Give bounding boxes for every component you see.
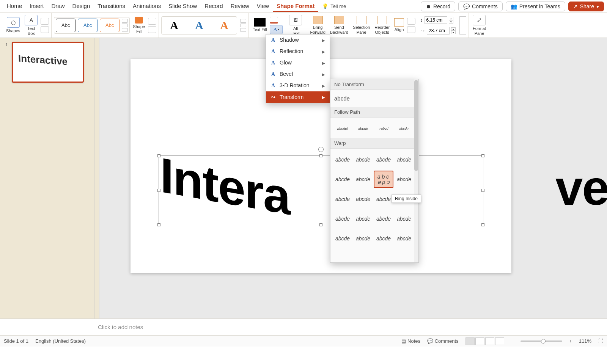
tab-view[interactable]: View — [253, 0, 273, 12]
warp-14[interactable]: abcde — [353, 210, 373, 228]
warp-9[interactable]: abcde — [333, 190, 352, 208]
fx-glow[interactable]: AGlow▶ — [266, 57, 330, 69]
notes-pane[interactable]: Click to add notes — [0, 318, 607, 335]
fx-bevel[interactable]: ABevel▶ — [266, 69, 330, 80]
tab-review[interactable]: Review — [227, 0, 253, 12]
resize-handle-sw[interactable] — [157, 223, 160, 226]
resize-handle-n[interactable] — [319, 154, 322, 157]
shape-height-input[interactable] — [425, 16, 447, 24]
warp-8[interactable]: abcde — [394, 171, 414, 188]
follow-path-2[interactable]: abcde — [353, 120, 373, 137]
merge-shapes-button[interactable] — [41, 26, 49, 33]
shape-effects-button[interactable] — [148, 26, 156, 33]
insert-shapes-button[interactable]: ◯ Shapes — [5, 16, 22, 34]
warp-5[interactable]: abcde — [333, 171, 352, 188]
transform-scrollbar[interactable] — [414, 79, 418, 262]
view-reading[interactable] — [485, 337, 494, 345]
tab-slideshow[interactable]: Slide Show — [165, 0, 201, 12]
share-button[interactable]: ↗ Share ▾ — [568, 2, 604, 11]
size-launcher[interactable] — [459, 16, 466, 35]
follow-path-3[interactable]: ○abcd — [374, 120, 393, 137]
tab-design[interactable]: Design — [69, 0, 94, 12]
wordart-style-3[interactable]: A — [220, 19, 228, 32]
height-stepper[interactable]: ▴▾ — [449, 17, 453, 24]
slide-thumbnail-panel[interactable]: 1 Interactive — [0, 38, 95, 318]
present-teams-button[interactable]: 👥 Present in Teams — [506, 2, 565, 11]
slide-thumbnail-1[interactable]: Interactive — [12, 42, 84, 83]
tab-insert[interactable]: Insert — [26, 0, 48, 12]
fx-shadow[interactable]: AShadow▶ — [266, 35, 330, 46]
warp-13[interactable]: abcde — [333, 210, 352, 228]
panel-splitter[interactable] — [95, 38, 99, 318]
send-backward-button[interactable]: Send Backward — [329, 15, 350, 35]
tab-draw[interactable]: Draw — [48, 0, 69, 12]
no-transform-option[interactable]: abcde — [330, 90, 418, 107]
wordart-scroll[interactable] — [240, 19, 246, 32]
wordart-style-2[interactable]: A — [195, 19, 203, 32]
follow-path-4[interactable]: abcd○ — [394, 120, 414, 137]
view-slideshow[interactable] — [495, 337, 504, 345]
fit-to-window[interactable]: ⛶ — [598, 338, 603, 344]
shape-width-input[interactable] — [427, 27, 450, 35]
shape-fill-button[interactable]: Shape Fill — [131, 16, 146, 34]
edit-shape-button[interactable] — [41, 18, 49, 25]
status-notes-toggle[interactable]: ▤ Notes — [401, 338, 420, 344]
status-language[interactable]: English (United States) — [35, 338, 86, 344]
shape-style-1[interactable]: Abc — [56, 19, 75, 32]
warp-10[interactable]: abcde — [353, 190, 373, 208]
selection-pane-button[interactable]: Selection Pane — [351, 15, 371, 35]
shape-style-3[interactable]: Abc — [100, 19, 120, 32]
warp-18[interactable]: abcde — [353, 230, 373, 247]
tab-record[interactable]: Record — [201, 0, 226, 12]
wordart-style-1[interactable]: A — [170, 19, 178, 32]
zoom-in[interactable]: + — [569, 338, 572, 344]
resize-handle-s[interactable] — [319, 223, 322, 226]
fx-transform[interactable]: ⤳Transform▶ — [266, 91, 330, 103]
warp-19[interactable]: abcde — [374, 230, 393, 247]
text-box-button[interactable]: A Text Box — [23, 14, 39, 36]
text-fill-button[interactable]: Text Fill — [251, 17, 268, 33]
view-sorter[interactable] — [475, 337, 484, 345]
text-outline-button[interactable] — [270, 17, 278, 24]
shape-styles-gallery[interactable]: Abc Abc Abc — [54, 17, 130, 34]
warp-17[interactable]: abcde — [333, 230, 352, 247]
warp-11[interactable]: abcde — [374, 190, 393, 208]
resize-handle-se[interactable] — [481, 223, 484, 226]
warp-16[interactable]: abcde — [394, 210, 414, 228]
rotation-handle[interactable] — [318, 147, 324, 152]
tab-shape-format[interactable]: Shape Format — [273, 0, 318, 12]
rotate-button[interactable] — [407, 26, 415, 33]
zoom-out[interactable]: − — [511, 338, 514, 344]
shape-style-2[interactable]: Abc — [78, 19, 97, 32]
warp-ring-inside[interactable]: a b cə p ɔ — [374, 171, 393, 188]
shape-outline-button[interactable] — [148, 18, 156, 25]
record-button[interactable]: ⏺ Record — [421, 2, 455, 11]
view-normal[interactable] — [465, 337, 475, 345]
wordart-styles-gallery[interactable]: A A A — [161, 16, 237, 35]
tab-transitions[interactable]: Transitions — [94, 0, 129, 12]
reorder-objects-button[interactable]: Reorder Objects — [373, 15, 391, 35]
warp-20[interactable]: abcde — [394, 230, 414, 247]
tab-home[interactable]: Home — [3, 0, 26, 12]
status-comments-toggle[interactable]: 💬 Comments — [427, 338, 458, 344]
group-button[interactable] — [407, 18, 415, 25]
warp-2[interactable]: abcde — [353, 151, 373, 168]
text-effects-button[interactable]: A ▾ — [270, 25, 283, 34]
warp-15[interactable]: abcde — [374, 210, 393, 228]
comments-button[interactable]: 💬 Comments — [458, 2, 503, 11]
gallery-scroll[interactable] — [122, 19, 128, 32]
fx-3d-rotation[interactable]: A3-D Rotation▶ — [266, 80, 330, 91]
alt-text-button[interactable]: 🖼 Alt Text — [288, 14, 304, 36]
zoom-percent[interactable]: 111% — [579, 338, 591, 344]
align-button[interactable]: Align — [393, 17, 406, 33]
warp-4[interactable]: abcde — [394, 151, 414, 168]
warp-3[interactable]: abcde — [374, 151, 393, 168]
resize-handle-e[interactable] — [481, 189, 484, 192]
bring-forward-button[interactable]: Bring Forward — [308, 15, 327, 35]
tell-me[interactable]: 💡 Tell me — [322, 3, 346, 9]
resize-handle-ne[interactable] — [481, 154, 484, 157]
fx-reflection[interactable]: AReflection▶ — [266, 46, 330, 57]
warp-6[interactable]: abcde — [353, 171, 373, 188]
follow-path-1[interactable]: abcdef — [333, 120, 352, 137]
format-pane-button[interactable]: 🖊 Format Pane — [471, 14, 487, 36]
